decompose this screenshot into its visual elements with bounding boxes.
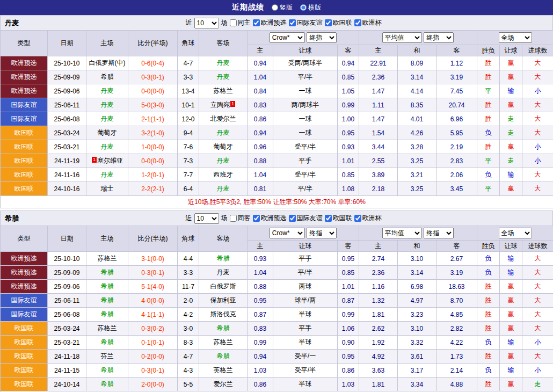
euro-final-odds-select[interactable]: 终指 <box>424 228 454 238</box>
result-goals: 小 <box>522 336 553 350</box>
euro-draw-odds: 3.25 <box>398 154 436 168</box>
match-date: 25-06-08 <box>48 308 86 322</box>
away-team: 希腊 <box>199 252 248 266</box>
team-name-text: 丹麦 <box>217 268 230 276</box>
result-goals: 大 <box>522 168 553 182</box>
match-row: 欧洲预选25-10-10白俄罗斯(中)0-6(0-4)4-7丹麦0.94受两/两… <box>1 56 553 70</box>
away-team: 丹麦 <box>199 266 248 280</box>
home-team: 希腊 <box>86 266 128 280</box>
nations-league-label: 欧国联 <box>333 18 352 27</box>
match-row: 欧国联24-11-16丹麦1-2(0-1)7-7西班牙1.04受平/半0.853… <box>1 168 553 182</box>
nations-league-checkbox[interactable] <box>325 215 332 222</box>
result-outcome: 胜 <box>477 280 500 294</box>
handicap-home-odds: 0.88 <box>248 154 273 168</box>
full-match-select[interactable]: 全场 <box>499 32 532 43</box>
handicap-home-odds: 1.04 <box>248 266 273 280</box>
result-handicap: 赢 <box>500 70 522 84</box>
match-score: 0-0(0-0) <box>128 154 178 168</box>
team-name-text: 希腊 <box>217 352 230 360</box>
euro-draw-odds: 3.25 <box>398 182 436 196</box>
section-team-2: 希腊 近 10 场 同客 欧洲预选 国际友谊 欧国联 欧洲 <box>0 210 553 392</box>
handicap-away-odds: 0.95 <box>338 252 359 266</box>
handicap-line: 平/半 <box>273 182 338 196</box>
match-count-select[interactable]: 10 <box>194 213 219 224</box>
result-goals: 小 <box>522 84 553 98</box>
euro-draw-odds: 3.17 <box>398 364 436 378</box>
result-handicap: 赢 <box>500 322 522 336</box>
team-name-text: 丹麦 <box>101 115 114 122</box>
euro-away-odds: 2.19 <box>436 140 477 154</box>
asian-final-odds-select[interactable]: 终指 <box>307 32 337 43</box>
corner-count: 6-4 <box>178 182 199 196</box>
match-score: 5-0(3-0) <box>128 98 178 112</box>
euro-cup-checkbox[interactable] <box>354 19 361 26</box>
euro-final-odds-select[interactable]: 终指 <box>424 32 454 43</box>
bookmaker-select[interactable]: Crow* <box>270 32 305 43</box>
friendly-checkbox[interactable] <box>289 19 296 26</box>
euro-draw-odds: 3.61 <box>398 350 436 364</box>
handicap-away-odds: 1.06 <box>338 322 359 336</box>
result-handicap: 赢 <box>500 98 522 112</box>
average-odds-select[interactable]: 平均值 <box>382 228 422 238</box>
match-row: 欧洲预选25-10-10苏格兰3-1(0-0)4-4希腊0.93平手0.952.… <box>1 252 553 266</box>
euro-cup-checkbox[interactable] <box>354 215 361 222</box>
handicap-home-odds: 0.81 <box>248 182 273 196</box>
sub-col-result: 胜负 <box>477 241 500 252</box>
team-name-text: 丹麦 <box>101 143 114 150</box>
results-table: 类型 日期 主场 比分(半场) 角球 客场 Crow* 终指 平均值 终指 全场 <box>0 30 553 208</box>
team-name-text: 保加利亚 <box>210 296 236 304</box>
col-header-score: 比分(半场) <box>128 31 178 56</box>
result-outcome: 胜 <box>477 294 500 308</box>
result-handicap: 赢 <box>500 140 522 154</box>
euro-qualifier-checkbox[interactable] <box>253 19 260 26</box>
result-outcome: 胜 <box>477 98 500 112</box>
average-odds-select[interactable]: 平均值 <box>382 32 422 43</box>
euro-qualifier-checkbox[interactable] <box>253 215 260 222</box>
asian-final-odds-select[interactable]: 终指 <box>307 228 337 238</box>
home-team: 芬兰 <box>86 350 128 364</box>
away-team: 西班牙 <box>199 168 248 182</box>
result-handicap: 赢 <box>500 182 522 196</box>
result-handicap: 输 <box>500 252 522 266</box>
match-count-select[interactable]: 10 <box>194 18 219 28</box>
sub-col-asian-handicap: 让球 <box>273 45 338 56</box>
euro-away-odds: 2.06 <box>436 168 477 182</box>
handicap-line: 受平/半 <box>273 168 338 182</box>
match-score: 0-3(0-1) <box>128 70 178 84</box>
home-team: 希腊 <box>86 308 128 322</box>
result-handicap: 走 <box>500 154 522 168</box>
friendly-label: 国际友谊 <box>297 214 323 223</box>
team-name-text: 芬兰 <box>101 352 114 360</box>
match-row: 国际友谊25-06-11希腊4-0(0-0)2-0保加利亚0.95球半/两0.8… <box>1 294 553 308</box>
match-score: 4-1(1-1) <box>128 308 178 322</box>
match-row: 欧洲预选25-09-09希腊0-3(0-1)3-3丹麦1.04平/半0.852.… <box>1 70 553 84</box>
match-score: 2-0(0-0) <box>128 378 178 391</box>
team-name-text: 苏格兰 <box>214 87 233 95</box>
match-score: 2-1(1-1) <box>128 112 178 126</box>
home-team: 葡萄牙 <box>86 126 128 140</box>
home-team: 丹麦 <box>86 84 128 98</box>
friendly-checkbox[interactable] <box>289 215 296 222</box>
team-name: 丹麦 <box>5 18 19 28</box>
horizontal-view-label: 横版 <box>308 3 321 12</box>
match-date: 25-06-11 <box>48 294 86 308</box>
match-score: 0-6(0-4) <box>128 56 178 70</box>
match-date: 24-11-15 <box>48 364 86 378</box>
result-goals: 大 <box>522 280 553 294</box>
bookmaker-select[interactable]: Crow* <box>270 228 305 238</box>
same-side-checkbox[interactable] <box>230 215 237 222</box>
result-goals: 大 <box>522 98 553 112</box>
result-handicap: 走 <box>500 112 522 126</box>
col-header-date: 日期 <box>48 31 86 56</box>
euro-qualifier-label: 欧洲预选 <box>261 214 287 223</box>
section-team-1: 丹麦 近 10 场 同主 欧洲预选 国际友谊 欧国联 欧洲 <box>0 15 553 208</box>
match-date: 25-06-08 <box>48 112 86 126</box>
vertical-view-radio[interactable] <box>272 4 278 11</box>
same-side-checkbox[interactable] <box>230 19 237 26</box>
full-match-select[interactable]: 全场 <box>499 228 532 238</box>
nations-league-checkbox[interactable] <box>325 19 332 26</box>
euro-home-odds: 2.18 <box>359 182 398 196</box>
handicap-away-odds: 0.95 <box>338 350 359 364</box>
euro-draw-odds: 4.26 <box>398 126 436 140</box>
horizontal-view-radio[interactable] <box>300 4 307 11</box>
